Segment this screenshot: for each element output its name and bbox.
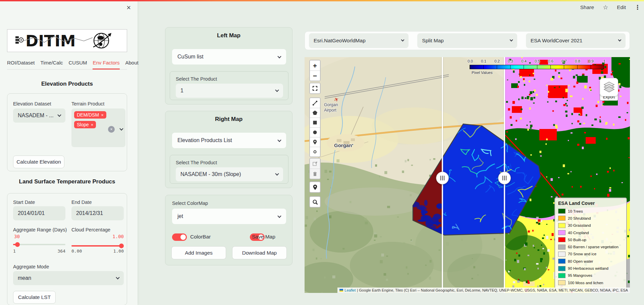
leaflet-link[interactable]: Leaflet bbox=[344, 288, 356, 292]
elevation-dataset-select[interactable]: NASADEM - ... bbox=[13, 108, 65, 123]
zoom-in-button[interactable]: + bbox=[310, 60, 320, 71]
layers-control[interactable] bbox=[600, 78, 618, 96]
colorbar-label: Pixel Values bbox=[472, 71, 492, 75]
legend-item: 40 Cropland bbox=[558, 229, 623, 236]
colormap-select[interactable]: jet bbox=[172, 209, 286, 224]
delete-layers-button[interactable] bbox=[310, 169, 320, 179]
fullscreen-button[interactable] bbox=[310, 83, 320, 93]
remove-icon[interactable]: × bbox=[101, 113, 104, 117]
draw-circlemarker-button[interactable] bbox=[310, 147, 320, 157]
right-map-product-select[interactable]: NASADEM - 30m (Slope) bbox=[176, 167, 283, 181]
draw-rectangle-button[interactable] bbox=[310, 118, 320, 127]
colorbar-tick: 0.8 bbox=[573, 59, 583, 63]
airport-label: Gorgan Airport bbox=[324, 102, 338, 113]
search-control bbox=[309, 196, 321, 208]
aggregate-range-value: 30 bbox=[14, 234, 20, 239]
marker-button[interactable] bbox=[310, 182, 320, 192]
elevation-products-card: Elevation Dataset NASADEM - ... Terrain … bbox=[7, 93, 127, 171]
aggregate-range-slider[interactable] bbox=[13, 244, 65, 245]
app-root: × DITIM ROI/Dataset Time/Calc bbox=[0, 0, 644, 305]
draw-polygon-button[interactable] bbox=[310, 108, 320, 118]
legend-swatch bbox=[558, 259, 566, 264]
kebab-menu-icon[interactable]: ⋮ bbox=[635, 4, 641, 11]
chevron-down-icon bbox=[275, 172, 279, 175]
colorbar-tick: 0.0 bbox=[465, 59, 475, 63]
chevron-down-icon bbox=[277, 214, 281, 218]
legend-title: ESA Land Cover bbox=[558, 201, 623, 206]
legend-label: 90 Herbaceous wetland bbox=[568, 266, 608, 270]
tab-about[interactable]: About bbox=[125, 60, 139, 66]
attribution-text: | Google Earth Engine, Tiles (C) Esri --… bbox=[357, 288, 628, 292]
edit-button[interactable]: Edit bbox=[617, 4, 626, 10]
add-images-button[interactable]: Add Images bbox=[171, 246, 226, 259]
colorbar-toggle-label: ColorBar bbox=[190, 234, 211, 240]
legend-label: 80 Open water bbox=[568, 259, 593, 263]
cloud-percentage-value: 1.00 bbox=[71, 234, 124, 239]
colormap-value: jet bbox=[177, 213, 183, 219]
terrain-product-multiselect[interactable]: DEM/DSM × Slope × × bbox=[71, 108, 125, 147]
map-canvas[interactable]: ✈ Gorgan Airport Gorgan• + − bbox=[305, 57, 630, 293]
elevation-dataset-value: NASADEM - ... bbox=[18, 113, 54, 119]
chip-slope[interactable]: Slope × bbox=[74, 121, 96, 128]
right-map-source-select[interactable]: Elevation Products List bbox=[172, 133, 286, 148]
left-map-source-select[interactable]: CuSum list bbox=[172, 49, 286, 64]
search-button[interactable] bbox=[310, 197, 320, 207]
chip-dem-dsm[interactable]: DEM/DSM × bbox=[74, 111, 106, 119]
close-icon[interactable]: × bbox=[126, 4, 131, 11]
slider-thumb[interactable] bbox=[119, 244, 124, 248]
start-date-input[interactable]: 2014/01/01 bbox=[13, 206, 65, 220]
cloud-percentage-slider[interactable] bbox=[71, 245, 124, 247]
share-button[interactable]: Share bbox=[580, 4, 594, 10]
calculate-elevation-button[interactable]: Calculate Elevation bbox=[13, 156, 64, 168]
legend-item: 95 Mangroves bbox=[558, 272, 623, 279]
colorbar-tick: 0.3 bbox=[505, 59, 516, 63]
download-map-button[interactable]: Download Map bbox=[232, 246, 287, 259]
star-icon[interactable]: ☆ bbox=[603, 4, 608, 11]
edit-layers-button[interactable] bbox=[310, 159, 320, 169]
overlay-select[interactable]: ESA WorldCover 2021 bbox=[526, 33, 626, 48]
end-date-label: End Date bbox=[71, 200, 92, 205]
legend-item: 10 Trees bbox=[558, 208, 623, 215]
legend-label: 70 Snow and ice bbox=[568, 252, 596, 256]
tab-env-factors[interactable]: Env Factors bbox=[93, 60, 119, 66]
tab-roi-dataset[interactable]: ROI/Dataset bbox=[7, 60, 35, 66]
elevation-dataset-label: Elevation Dataset bbox=[13, 101, 51, 106]
end-date-input[interactable]: 2014/12/31 bbox=[71, 206, 124, 220]
draw-circle-button[interactable] bbox=[310, 127, 320, 137]
legend-item: 100 Moss and lichen bbox=[558, 279, 623, 286]
draw-polyline-button[interactable] bbox=[310, 98, 320, 108]
draw-marker-button[interactable] bbox=[310, 137, 320, 147]
colorbar-tick: 1 bbox=[599, 59, 609, 63]
tab-time-calc[interactable]: Time/Calc bbox=[41, 60, 63, 66]
aggregate-mode-label: Aggregate Mode bbox=[13, 264, 49, 269]
left-map-product-select[interactable]: 1 bbox=[176, 84, 283, 98]
legend-item: 70 Snow and ice bbox=[558, 251, 623, 258]
svg-text:DITIM: DITIM bbox=[25, 32, 76, 50]
zoom-out-button[interactable]: − bbox=[310, 71, 320, 81]
legend-label: 40 Cropland bbox=[568, 231, 589, 235]
chevron-down-icon bbox=[57, 113, 61, 117]
calculate-lst-button[interactable]: Calculate LST bbox=[13, 291, 56, 304]
slider-thumb[interactable] bbox=[15, 242, 20, 247]
colorbar-tick: 0.1 bbox=[479, 59, 489, 63]
basemap-select[interactable]: Esri.NatGeoWorldMap bbox=[309, 33, 409, 48]
sidebar: × DITIM ROI/Dataset Time/Calc bbox=[0, 0, 138, 305]
chevron-down-icon bbox=[275, 88, 279, 92]
split-handle-right[interactable] bbox=[498, 172, 511, 184]
page-header-actions: Share ☆ Edit ⋮ bbox=[580, 4, 641, 11]
city-label: Gorgan• bbox=[334, 142, 353, 148]
airport-label-line1: Gorgan bbox=[324, 102, 338, 107]
aggregate-mode-select[interactable]: mean bbox=[13, 271, 124, 285]
left-map-card: Left Map CuSum list Select The Product 1 bbox=[165, 27, 292, 104]
legend-label: 50 Built-up bbox=[568, 238, 586, 242]
colorbar-toggle[interactable] bbox=[172, 233, 187, 241]
trash-icon bbox=[312, 171, 318, 177]
clear-all-icon[interactable]: × bbox=[108, 126, 115, 133]
savemap-toggle-label: Save Map bbox=[252, 234, 275, 240]
tab-cusum[interactable]: CUSUM bbox=[68, 60, 87, 66]
split-handle-left[interactable] bbox=[436, 172, 449, 184]
map-mode-select[interactable]: Split Map bbox=[417, 33, 517, 48]
remove-icon[interactable]: × bbox=[91, 123, 94, 127]
draw-circle-icon bbox=[312, 130, 318, 135]
colorbar-tick: 0.5 bbox=[532, 59, 542, 63]
